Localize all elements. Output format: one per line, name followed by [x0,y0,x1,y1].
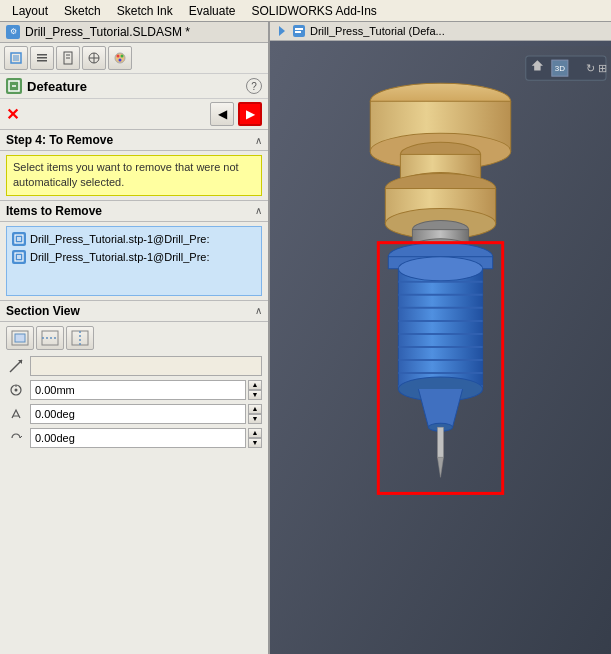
item2-text: Drill_Press_Tutorial.stp-1@Drill_Pre: [30,251,209,263]
menu-evaluate[interactable]: Evaluate [181,3,244,19]
menu-sketch-ink[interactable]: Sketch Ink [109,3,181,19]
item1-text: Drill_Press_Tutorial.stp-1@Drill_Pre: [30,233,209,245]
offset3-row: 0.00deg ▲ ▼ [6,428,262,448]
menu-bar: Layout Sketch Sketch Ink Evaluate SOLIDW… [0,0,611,22]
offset3-spinner: ▲ ▼ [248,428,262,448]
help-button[interactable]: ? [246,78,262,94]
canvas-3d[interactable]: 3D ↻ ⊞ [270,41,611,654]
tb-cross-btn[interactable] [82,46,106,70]
section-top-btn[interactable] [36,326,64,350]
list-item: Drill_Press_Tutorial.stp-1@Drill_Pre: [10,248,258,266]
offset1-up[interactable]: ▲ [248,380,262,390]
svg-rect-53 [398,269,482,389]
list-item: Drill_Press_Tutorial.stp-1@Drill_Pre: [10,230,258,248]
nav-back-button[interactable]: ◀ [210,102,234,126]
menu-addins[interactable]: SOLIDWORKS Add-Ins [243,3,384,19]
svg-rect-1 [13,55,19,61]
svg-rect-66 [437,427,443,457]
svg-point-14 [119,59,122,62]
svg-point-30 [15,388,18,391]
svg-point-54 [398,257,482,281]
svg-rect-2 [37,54,47,56]
tb-palette-btn[interactable] [108,46,132,70]
menu-sketch[interactable]: Sketch [56,3,109,19]
nav-back-icon: ◀ [218,107,227,121]
filename-label: Drill_Press_Tutorial.SLDASM * [25,25,190,39]
svg-marker-34 [279,26,285,36]
items-list[interactable]: Drill_Press_Tutorial.stp-1@Drill_Pre: Dr… [6,226,262,296]
item1-icon [12,232,26,246]
offset3-down[interactable]: ▼ [248,438,262,448]
offset1-row: 0.00mm ▲ ▼ [6,380,262,400]
offset1-icon [6,380,26,400]
svg-text:⊞: ⊞ [598,62,607,74]
panel-title: Defeature [27,79,246,94]
offset3-input[interactable]: 0.00deg [30,428,246,448]
view-btn-row [6,326,262,350]
position-input[interactable] [30,356,262,376]
section-view-title: Section View [6,304,255,318]
arrow-icon [6,356,26,376]
menu-layout[interactable]: Layout [4,3,56,19]
tree-header: Drill_Press_Tutorial (Defa... [270,22,611,41]
hint-box: Select items you want to remove that wer… [6,155,262,196]
items-to-remove-header[interactable]: Items to Remove ∧ [0,200,268,222]
title-bar: ⚙ Drill_Press_Tutorial.SLDASM * [0,22,268,43]
step4-section-header[interactable]: Step 4: To Remove ∧ [0,129,268,151]
tb-page-btn[interactable] [56,46,80,70]
items-collapse-icon: ∧ [255,205,262,216]
main-area: ⚙ Drill_Press_Tutorial.SLDASM * [0,22,611,654]
file-icon: ⚙ [6,25,20,39]
offset2-icon [6,404,26,424]
offset1-input[interactable]: 0.00mm [30,380,246,400]
offset2-input[interactable]: 0.00deg [30,404,246,424]
svg-point-13 [121,55,124,58]
nav-forward-button[interactable]: ▶ [238,102,262,126]
offset3-up[interactable]: ▲ [248,428,262,438]
position-row [6,356,262,376]
items-to-remove-title: Items to Remove [6,204,255,218]
control-row: ✕ ◀ ▶ [0,99,268,129]
offset1-spinner: ▲ ▼ [248,380,262,400]
svg-text:3D: 3D [555,64,565,73]
section-view-collapse-icon: ∧ [255,305,262,316]
hint-text: Select items you want to remove that wer… [13,161,239,188]
offset3-icon [6,428,26,448]
panel-header: Defeature ? [0,74,268,99]
tb-cube-btn[interactable] [4,46,28,70]
close-button[interactable]: ✕ [6,105,19,124]
offset2-up[interactable]: ▲ [248,404,262,414]
tb-list-btn[interactable] [30,46,54,70]
right-panel[interactable]: Drill_Press_Tutorial (Defa... [270,22,611,654]
left-panel: ⚙ Drill_Press_Tutorial.SLDASM * [0,22,270,654]
svg-rect-18 [17,237,21,241]
svg-rect-25 [72,331,88,345]
offset2-down[interactable]: ▼ [248,414,262,424]
toolbar [0,43,268,74]
nav-forward-icon: ▶ [246,107,255,121]
svg-rect-4 [37,60,47,62]
defeature-icon [6,78,22,94]
3d-view-svg: 3D ↻ ⊞ [270,41,611,654]
tree-label: Drill_Press_Tutorial (Defa... [310,25,445,37]
section-side-btn[interactable] [66,326,94,350]
offset2-row: 0.00deg ▲ ▼ [6,404,262,424]
item2-icon [12,250,26,264]
svg-rect-37 [295,31,301,33]
section-view-header[interactable]: Section View ∧ [0,300,268,322]
section-view-body: 0.00mm ▲ ▼ 0.00deg ▲ ▼ [0,322,268,456]
step4-title: Step 4: To Remove [6,133,255,147]
offset2-spinner: ▲ ▼ [248,404,262,424]
svg-rect-3 [37,57,47,59]
offset1-down[interactable]: ▼ [248,390,262,400]
svg-rect-20 [17,255,21,259]
step4-collapse-icon: ∧ [255,135,262,146]
svg-text:↻: ↻ [586,62,595,74]
svg-rect-22 [15,334,25,342]
svg-line-33 [20,436,22,438]
section-front-btn[interactable] [6,326,34,350]
svg-rect-36 [295,28,303,30]
svg-point-12 [117,55,120,58]
